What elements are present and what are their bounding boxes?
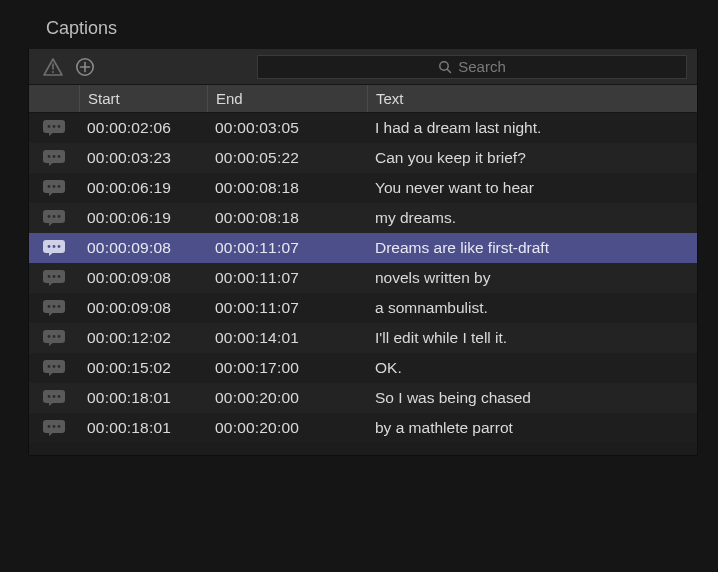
caption-text: Can you keep it brief? bbox=[367, 149, 697, 167]
caption-text: by a mathlete parrot bbox=[367, 419, 697, 437]
start-time: 00:00:09:08 bbox=[79, 239, 207, 257]
caption-text: You never want to hear bbox=[367, 179, 697, 197]
svg-point-34 bbox=[58, 305, 61, 308]
table-row[interactable]: 00:00:12:02 00:00:14:01 I'll edit while … bbox=[29, 323, 697, 353]
caption-type-icon bbox=[29, 149, 79, 167]
caption-type-icon bbox=[29, 119, 79, 137]
caption-type-icon bbox=[29, 389, 79, 407]
svg-point-21 bbox=[53, 215, 56, 218]
search-input[interactable]: Search bbox=[257, 55, 687, 79]
caption-type-icon bbox=[29, 299, 79, 317]
svg-point-32 bbox=[48, 305, 51, 308]
column-headers: Start End Text bbox=[29, 85, 697, 113]
table-row[interactable]: 00:00:18:01 00:00:20:00 So I was being c… bbox=[29, 383, 697, 413]
search-icon bbox=[438, 60, 452, 74]
svg-point-29 bbox=[53, 275, 56, 278]
toolbar: Search bbox=[29, 49, 697, 85]
header-start[interactable]: Start bbox=[79, 85, 207, 112]
svg-point-41 bbox=[53, 365, 56, 368]
svg-point-25 bbox=[53, 245, 56, 248]
svg-point-16 bbox=[48, 185, 51, 188]
end-time: 00:00:08:18 bbox=[207, 179, 367, 197]
warning-icon[interactable] bbox=[43, 58, 63, 76]
caption-type-icon bbox=[29, 329, 79, 347]
caption-type-icon bbox=[29, 359, 79, 377]
svg-point-17 bbox=[53, 185, 56, 188]
table-row[interactable]: 00:00:06:19 00:00:08:18 You never want t… bbox=[29, 173, 697, 203]
table-row[interactable]: 00:00:09:08 00:00:11:07 Dreams are like … bbox=[29, 233, 697, 263]
caption-text: I'll edit while I tell it. bbox=[367, 329, 697, 347]
start-time: 00:00:06:19 bbox=[79, 209, 207, 227]
svg-point-18 bbox=[58, 185, 61, 188]
svg-point-44 bbox=[48, 395, 51, 398]
start-time: 00:00:06:19 bbox=[79, 179, 207, 197]
caption-text: OK. bbox=[367, 359, 697, 377]
svg-point-1 bbox=[52, 71, 54, 73]
svg-point-30 bbox=[58, 275, 61, 278]
svg-point-46 bbox=[58, 395, 61, 398]
svg-point-13 bbox=[53, 155, 56, 158]
table-row[interactable]: 00:00:15:02 00:00:17:00 OK. bbox=[29, 353, 697, 383]
caption-type-icon bbox=[29, 209, 79, 227]
svg-point-20 bbox=[48, 215, 51, 218]
svg-point-10 bbox=[58, 125, 61, 128]
svg-point-38 bbox=[58, 335, 61, 338]
caption-rows: 00:00:02:06 00:00:03:05 I had a dream la… bbox=[29, 113, 697, 443]
svg-point-26 bbox=[58, 245, 61, 248]
table-row[interactable]: 00:00:09:08 00:00:11:07 novels written b… bbox=[29, 263, 697, 293]
caption-type-icon bbox=[29, 419, 79, 437]
end-time: 00:00:20:00 bbox=[207, 389, 367, 407]
caption-text: I had a dream last night. bbox=[367, 119, 697, 137]
caption-type-icon bbox=[29, 269, 79, 287]
svg-point-8 bbox=[48, 125, 51, 128]
captions-panel: Captions bbox=[28, 18, 698, 456]
svg-point-9 bbox=[53, 125, 56, 128]
start-time: 00:00:15:02 bbox=[79, 359, 207, 377]
header-icon-col[interactable] bbox=[29, 85, 79, 112]
svg-point-42 bbox=[58, 365, 61, 368]
header-end[interactable]: End bbox=[207, 85, 367, 112]
svg-point-50 bbox=[58, 425, 61, 428]
svg-point-36 bbox=[48, 335, 51, 338]
caption-type-icon bbox=[29, 179, 79, 197]
end-time: 00:00:08:18 bbox=[207, 209, 367, 227]
svg-point-12 bbox=[48, 155, 51, 158]
panel-title: Captions bbox=[28, 18, 698, 49]
caption-text: novels written by bbox=[367, 269, 697, 287]
caption-text: Dreams are like first-draft bbox=[367, 239, 697, 257]
svg-point-24 bbox=[48, 245, 51, 248]
svg-point-45 bbox=[53, 395, 56, 398]
svg-point-14 bbox=[58, 155, 61, 158]
table-row[interactable]: 00:00:02:06 00:00:03:05 I had a dream la… bbox=[29, 113, 697, 143]
caption-text: So I was being chased bbox=[367, 389, 697, 407]
table-row[interactable]: 00:00:18:01 00:00:20:00 by a mathlete pa… bbox=[29, 413, 697, 443]
end-time: 00:00:14:01 bbox=[207, 329, 367, 347]
end-time: 00:00:11:07 bbox=[207, 269, 367, 287]
end-time: 00:00:11:07 bbox=[207, 299, 367, 317]
end-time: 00:00:11:07 bbox=[207, 239, 367, 257]
add-icon[interactable] bbox=[75, 57, 95, 77]
svg-line-6 bbox=[447, 69, 450, 72]
start-time: 00:00:09:08 bbox=[79, 269, 207, 287]
search-placeholder: Search bbox=[458, 58, 506, 75]
list-footer-gap bbox=[29, 443, 697, 455]
svg-point-49 bbox=[53, 425, 56, 428]
end-time: 00:00:20:00 bbox=[207, 419, 367, 437]
table-row[interactable]: 00:00:03:23 00:00:05:22 Can you keep it … bbox=[29, 143, 697, 173]
svg-point-40 bbox=[48, 365, 51, 368]
svg-point-48 bbox=[48, 425, 51, 428]
start-time: 00:00:18:01 bbox=[79, 419, 207, 437]
start-time: 00:00:02:06 bbox=[79, 119, 207, 137]
end-time: 00:00:03:05 bbox=[207, 119, 367, 137]
start-time: 00:00:03:23 bbox=[79, 149, 207, 167]
table-row[interactable]: 00:00:09:08 00:00:11:07 a somnambulist. bbox=[29, 293, 697, 323]
caption-text: a somnambulist. bbox=[367, 299, 697, 317]
svg-point-37 bbox=[53, 335, 56, 338]
header-text[interactable]: Text bbox=[367, 85, 697, 112]
start-time: 00:00:09:08 bbox=[79, 299, 207, 317]
caption-type-icon bbox=[29, 239, 79, 257]
table-row[interactable]: 00:00:06:19 00:00:08:18 my dreams. bbox=[29, 203, 697, 233]
svg-point-28 bbox=[48, 275, 51, 278]
list-container: Search Start End Text 00:00:02:06 00:00:… bbox=[28, 49, 698, 456]
caption-text: my dreams. bbox=[367, 209, 697, 227]
